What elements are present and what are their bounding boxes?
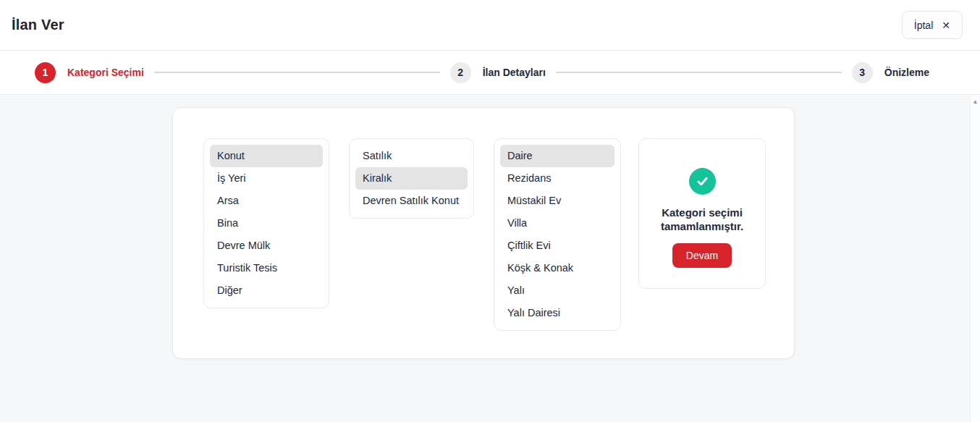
category-item[interactable]: Devren Satılık Konut [355,190,468,212]
category-item[interactable]: Çiftlik Evi [500,235,614,257]
category-item[interactable]: Bina [210,212,323,235]
category-item[interactable]: Diğer [210,279,323,302]
cancel-button[interactable]: İptal ✕ [902,11,963,39]
close-icon: ✕ [942,20,950,30]
category-item[interactable]: Daire [500,145,614,167]
step-number-badge: 3 [852,62,873,83]
step-number-badge: 1 [35,62,56,83]
category-column-main-category: Konutİş YeriArsaBinaDevre MülkTuristik T… [203,138,329,308]
page-title: İlan Ver [12,17,64,33]
vertical-scrollbar[interactable]: ▲ [970,95,980,422]
category-item[interactable]: İş Yeri [210,167,323,190]
stepper-step-2[interactable]: 2İlan Detayları [450,62,546,83]
success-check-icon [689,168,716,195]
category-item[interactable]: Müstakil Ev [500,190,614,212]
cancel-button-label: İptal [914,20,933,31]
category-item[interactable]: Arsa [210,190,323,212]
step-label: Önizleme [884,67,929,78]
category-item[interactable]: Yalı [500,279,614,302]
stepper: 1Kategori Seçimi2İlan Detayları3Önizleme [0,51,980,95]
header: İlan Ver İptal ✕ [0,0,980,51]
stepper-step-1[interactable]: 1Kategori Seçimi [35,62,144,83]
category-item[interactable]: Turistik Tesis [210,257,323,279]
category-item[interactable]: Satılık [355,145,468,167]
category-item[interactable]: Konut [210,145,323,167]
category-column-sub-category: DaireRezidansMüstakil EvVillaÇiftlik Evi… [494,138,621,331]
category-selection-panel: Konutİş YeriArsaBinaDevre MülkTuristik T… [172,107,795,359]
category-item[interactable]: Rezidans [500,167,614,190]
step-connector-line [154,72,440,73]
step-connector-line [556,72,842,73]
category-item[interactable]: Devre Mülk [210,235,323,257]
completion-message: Kategori seçimi tamamlanmıştır. [649,206,755,234]
completion-card: Kategori seçimi tamamlanmıştır. Devam [638,138,766,289]
category-item[interactable]: Kiralık [355,167,468,190]
category-item[interactable]: Villa [500,212,614,235]
step-label: İlan Detayları [483,67,546,78]
scroll-up-arrow-icon[interactable]: ▲ [971,98,980,105]
category-column-listing-type: SatılıkKiralıkDevren Satılık Konut [349,138,474,219]
category-item[interactable]: Köşk & Konak [500,257,614,279]
continue-button[interactable]: Devam [672,243,732,268]
step-label: Kategori Seçimi [67,67,144,78]
stepper-step-3[interactable]: 3Önizleme [852,62,929,83]
category-item[interactable]: Yalı Dairesi [500,302,614,324]
step-number-badge: 2 [450,62,471,83]
